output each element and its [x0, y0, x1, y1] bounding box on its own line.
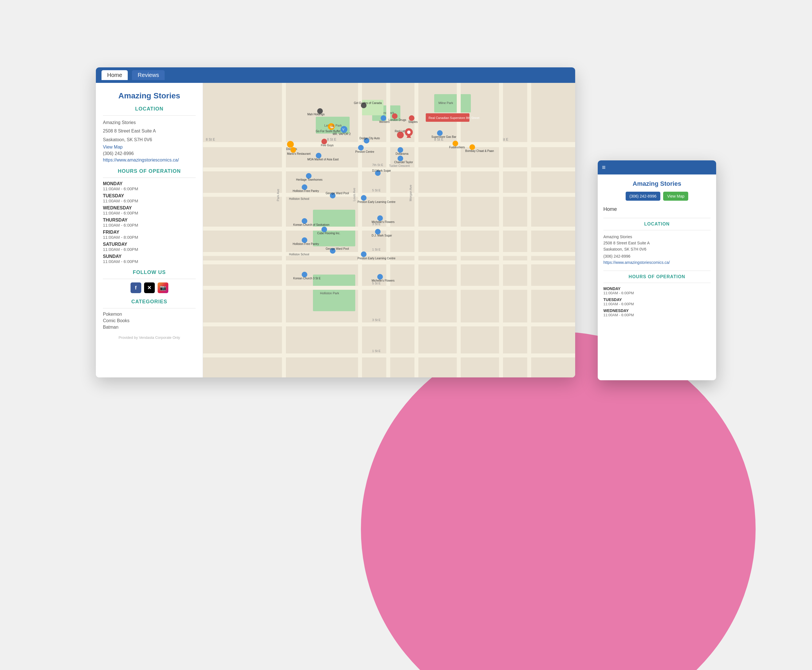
mobile-window: ≡ Amazing Stories (306) 242-8996 View Ma…	[598, 161, 716, 380]
instagram-icon[interactable]: 📷	[158, 283, 168, 293]
svg-text:8 St E: 8 St E	[327, 137, 336, 142]
follow-divider	[103, 279, 196, 279]
svg-text:Korean Church 3 St E: Korean Church 3 St E	[293, 277, 321, 280]
svg-text:Holliston Park: Holliston Park	[320, 291, 339, 295]
mobile-business-name: Amazing Stories	[603, 180, 710, 188]
svg-point-52	[381, 115, 386, 121]
svg-point-100	[377, 215, 383, 221]
svg-rect-33	[358, 83, 362, 377]
browser-content: Amazing Stories LOCATION Amazing Stories…	[96, 83, 575, 377]
svg-point-87	[306, 173, 312, 179]
svg-text:Michelle's Flowers: Michelle's Flowers	[371, 220, 395, 223]
map-area[interactable]: Latham Park Holland Park Milne Park Holl…	[203, 83, 575, 377]
svg-point-54	[392, 113, 398, 119]
svg-text:Holliston School: Holliston School	[289, 253, 309, 256]
svg-text:Tucker Crescent: Tucker Crescent	[389, 164, 410, 168]
svg-text:Fuddruckers: Fuddruckers	[449, 146, 465, 149]
facebook-icon[interactable]: f	[131, 283, 141, 293]
mobile-location-heading: LOCATION	[603, 222, 710, 227]
svg-point-104	[375, 229, 381, 235]
category-batman[interactable]: Batman	[103, 325, 196, 330]
svg-rect-38	[527, 83, 531, 377]
twitter-icon[interactable]: ✕	[144, 283, 155, 293]
svg-text:Holliston Free Pantry: Holliston Free Pantry	[293, 189, 319, 193]
svg-point-71	[287, 141, 294, 148]
tab-reviews[interactable]: Reviews	[132, 70, 164, 80]
mobile-location-divider	[603, 230, 710, 230]
svg-text:MR. VAPOR 2: MR. VAPOR 2	[333, 132, 351, 135]
svg-text:V: V	[342, 128, 344, 131]
website-link[interactable]: https://www.amazingstoriescomics.ca/	[103, 157, 196, 162]
svg-text:Preston Centre: Preston Centre	[355, 150, 375, 153]
map-svg: Latham Park Holland Park Milne Park Holl…	[203, 83, 575, 377]
svg-point-85	[470, 144, 475, 150]
address-line1: Amazing Stories	[103, 119, 196, 126]
location-section: LOCATION Amazing Stories 2508 8 Street E…	[103, 106, 196, 163]
categories-divider	[103, 308, 196, 308]
svg-point-77	[358, 145, 364, 151]
mobile-map-button[interactable]: View Map	[663, 192, 688, 201]
svg-text:Preston Early Learning Centre: Preston Early Learning Centre	[358, 257, 395, 260]
mobile-nav-home: Home	[603, 206, 710, 212]
social-icons-group: f ✕ 📷	[103, 283, 196, 293]
mobile-website-link[interactable]: https://www.amazingstoriescomics.ca/	[603, 260, 670, 265]
follow-section: FOLLOW US f ✕ 📷	[103, 269, 196, 293]
hours-sunday: SUNDAY 11:00AM - 6:00PM	[103, 254, 196, 264]
svg-text:🍜: 🍜	[330, 124, 334, 129]
svg-text:Girl Guides of Canada: Girl Guides of Canada	[354, 102, 382, 105]
address-line2: 2508 8 Street East Suite A	[103, 127, 196, 135]
svg-point-98	[302, 218, 307, 224]
mobile-address-line1: Amazing Stories	[603, 233, 710, 240]
svg-text:Winners: Winners	[379, 120, 390, 124]
mobile-address-line2: 2508 8 Street East Suite A	[603, 240, 710, 246]
mobile-phone-button[interactable]: (306) 242-8996	[626, 192, 661, 201]
svg-text:1 St E: 1 St E	[372, 349, 381, 353]
category-comic-books[interactable]: Comic Books	[103, 318, 196, 323]
location-heading: LOCATION	[103, 106, 196, 112]
svg-text:Preston Early Learning Centre: Preston Early Learning Centre	[358, 200, 395, 203]
mobile-content: Amazing Stories (306) 242-8996 View Map …	[598, 174, 716, 380]
svg-text:Cube Flooring Inc.: Cube Flooring Inc.	[317, 232, 340, 235]
mobile-action-buttons: (306) 242-8996 View Map	[603, 192, 710, 201]
hours-heading: HOURS OF OPERATION	[103, 168, 196, 174]
svg-rect-37	[499, 83, 503, 377]
browser-window: Home Reviews Amazing Stories LOCATION Am…	[96, 68, 575, 377]
svg-text:Real Canadian Superstore 8th S: Real Canadian Superstore 8th Street	[429, 116, 479, 120]
svg-text:Bombay Chaat & Paan: Bombay Chaat & Paan	[465, 149, 494, 152]
screenshots-container: Home Reviews Amazing Stories LOCATION Am…	[68, 53, 744, 617]
categories-section: CATEGORIES Pokemon Comic Books Batman	[103, 299, 196, 330]
hours-monday: MONDAY 11:00AM - 6:00PM	[103, 181, 196, 191]
svg-text:Morgan Ave: Morgan Ave	[409, 184, 412, 201]
hamburger-icon[interactable]: ≡	[602, 164, 605, 171]
view-map-link[interactable]: View Map	[103, 145, 196, 150]
svg-text:Five Guys: Five Guys	[321, 144, 334, 147]
svg-point-56	[409, 115, 414, 121]
svg-text:Chandel Taylor: Chandel Taylor	[394, 161, 413, 164]
mobile-divider-2	[603, 271, 710, 271]
svg-point-62	[437, 130, 442, 136]
hours-friday: FRIDAY 11:00AM - 8:00PM	[103, 230, 196, 240]
svg-rect-34	[386, 83, 390, 377]
svg-point-94	[302, 184, 307, 190]
categories-heading: CATEGORIES	[103, 299, 196, 305]
hours-thursday: THURSDAY 11:00AM - 6:00PM	[103, 218, 196, 227]
svg-point-66	[453, 140, 458, 146]
svg-point-110	[361, 251, 366, 257]
svg-point-114	[377, 274, 383, 279]
svg-rect-36	[457, 83, 461, 377]
svg-text:Holliston Free Pantry: Holliston Free Pantry	[293, 242, 319, 245]
svg-point-79	[290, 147, 296, 153]
svg-text:Superstore Gas Bar: Superstore Gas Bar	[431, 135, 456, 139]
svg-text:MOA Market of Asia East: MOA Market of Asia East	[307, 158, 339, 161]
category-pokemon[interactable]: Pokemon	[103, 312, 196, 317]
hours-section: HOURS OF OPERATION MONDAY 11:00AM - 6:00…	[103, 168, 196, 264]
sidebar-business-name: Amazing Stories	[103, 91, 196, 100]
svg-point-64	[398, 147, 403, 153]
svg-text:Mario's Restaurant: Mario's Restaurant	[287, 152, 311, 155]
tab-home[interactable]: Home	[102, 70, 128, 80]
svg-text:1 St E: 1 St E	[372, 248, 381, 251]
follow-heading: FOLLOW US	[103, 269, 196, 276]
svg-text:George Ward Pool: George Ward Pool	[325, 192, 349, 195]
sidebar: Amazing Stories LOCATION Amazing Stories…	[96, 83, 203, 377]
svg-text:D.J. Mark Sugar: D.J. Mark Sugar	[371, 234, 392, 237]
